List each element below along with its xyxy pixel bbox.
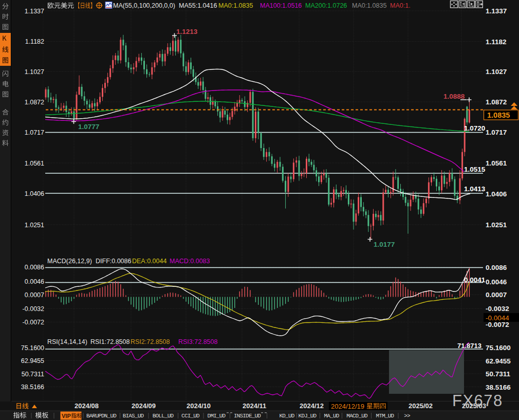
svg-text:2024/09: 2024/09 <box>132 402 156 410</box>
svg-text:1.0888: 1.0888 <box>443 93 465 100</box>
svg-text:MA200:1.0726: MA200:1.0726 <box>305 2 347 9</box>
svg-text:1.0561: 1.0561 <box>25 160 44 167</box>
svg-text:RSI3:72.8508: RSI3:72.8508 <box>178 338 217 345</box>
svg-text:0.0046: 0.0046 <box>486 278 507 286</box>
svg-text:2024/10: 2024/10 <box>187 402 211 410</box>
svg-text:1.0717: 1.0717 <box>486 129 507 136</box>
svg-text:MA0:1.0835: MA0:1.0835 <box>218 2 253 9</box>
svg-text:MACD(26,12,9): MACD(26,12,9) <box>47 258 92 265</box>
svg-text:0.0086: 0.0086 <box>486 264 507 271</box>
svg-text:1.0413: 1.0413 <box>464 185 486 193</box>
svg-text:1.1337: 1.1337 <box>486 7 507 15</box>
svg-text:1.0251: 1.0251 <box>25 222 44 229</box>
svg-text:MA(55,0,100,200,0,0): MA(55,0,100,200,0,0) <box>113 2 175 9</box>
svg-text:1.0251: 1.0251 <box>486 221 507 229</box>
svg-text:>>: >> <box>404 413 410 419</box>
svg-text:MACD_UD: MACD_UD <box>346 413 368 419</box>
svg-text:71.8713: 71.8713 <box>457 342 481 350</box>
svg-text:MA0:1.0835: MA0:1.0835 <box>352 2 386 9</box>
svg-text:VIP: VIP <box>62 413 71 419</box>
svg-text:1.0835: 1.0835 <box>487 111 510 119</box>
svg-text:1.1182: 1.1182 <box>25 38 44 45</box>
svg-text:KD_UD: KD_UD <box>279 413 294 419</box>
svg-text:38.5166: 38.5166 <box>21 384 44 391</box>
svg-text:0.0041: 0.0041 <box>464 276 486 284</box>
svg-text:MA55:1.0416: MA55:1.0416 <box>179 2 217 9</box>
svg-text:1.1337: 1.1337 <box>25 8 44 15</box>
svg-text:1.1213: 1.1213 <box>176 28 198 35</box>
svg-text:CCI_UD: CCI_UD <box>181 413 200 419</box>
svg-text:2024/12: 2024/12 <box>300 402 324 410</box>
svg-text:DIFF:0.0086: DIFF:0.0086 <box>96 258 132 265</box>
svg-text:-0.0072: -0.0072 <box>486 321 509 328</box>
svg-text:62.9455: 62.9455 <box>486 357 511 365</box>
svg-text:-0.0072: -0.0072 <box>23 319 44 326</box>
svg-text:1.0717: 1.0717 <box>25 129 44 136</box>
svg-text:DEA:0.0044: DEA:0.0044 <box>132 258 166 265</box>
svg-text:1.0777: 1.0777 <box>78 123 99 131</box>
svg-text:FX678: FX678 <box>452 392 503 410</box>
svg-text:1.0177: 1.0177 <box>374 241 395 248</box>
svg-text:1.0720: 1.0720 <box>464 124 485 132</box>
svg-text:BOLL_UD: BOLL_UD <box>153 413 174 419</box>
svg-text:1.1027: 1.1027 <box>25 68 44 76</box>
svg-text:1.1182: 1.1182 <box>486 38 507 46</box>
svg-text:2024/12/19: 2024/12/19 <box>331 403 364 410</box>
svg-text:1.0406: 1.0406 <box>486 190 507 198</box>
svg-text:BIAS_UD: BIAS_UD <box>123 413 144 419</box>
svg-text:2024/08: 2024/08 <box>75 402 99 410</box>
svg-text:62.9455: 62.9455 <box>21 357 44 364</box>
svg-text:DMI_UD: DMI_UD <box>208 413 226 419</box>
svg-text:1.1027: 1.1027 <box>486 68 507 76</box>
svg-text:2024/11: 2024/11 <box>243 402 266 410</box>
svg-text:MA100:1.0516: MA100:1.0516 <box>260 2 302 9</box>
svg-text:1.0515: 1.0515 <box>464 166 486 173</box>
svg-text:50.7311: 50.7311 <box>486 370 511 378</box>
svg-text:75.1600: 75.1600 <box>21 344 44 352</box>
svg-text:-0.0032: -0.0032 <box>486 305 509 313</box>
svg-text:0.0007: 0.0007 <box>25 291 44 299</box>
svg-text:50.7311: 50.7311 <box>22 371 44 378</box>
svg-text:1.0872: 1.0872 <box>486 98 507 106</box>
svg-text:0.0046: 0.0046 <box>25 278 44 285</box>
svg-text:MA0:1.: MA0:1. <box>390 2 411 9</box>
svg-text:75.1600: 75.1600 <box>486 344 511 352</box>
svg-text:INSIDE_UD: INSIDE_UD <box>234 413 261 419</box>
svg-text:1.0406: 1.0406 <box>25 190 44 197</box>
svg-text:1.0872: 1.0872 <box>25 99 44 106</box>
svg-text:-0.0032: -0.0032 <box>23 305 44 313</box>
svg-text:BARUPDN_UD: BARUPDN_UD <box>86 413 117 419</box>
svg-text:MACD:0.0083: MACD:0.0083 <box>170 258 210 265</box>
svg-text:0.0086: 0.0086 <box>25 264 44 271</box>
svg-text:MTM_UD: MTM_UD <box>376 413 395 419</box>
svg-text:RSI(14,14,14): RSI(14,14,14) <box>47 338 87 345</box>
svg-text:1.0561: 1.0561 <box>486 159 507 167</box>
svg-text:2025/02: 2025/02 <box>409 402 433 410</box>
svg-text:RSI2:72.8508: RSI2:72.8508 <box>131 338 170 345</box>
svg-text:0.0007: 0.0007 <box>486 291 507 299</box>
svg-text:-0.0044: -0.0044 <box>486 314 509 322</box>
svg-text:38.5166: 38.5166 <box>486 384 511 391</box>
svg-text:MA_UD: MA_UD <box>324 413 339 419</box>
svg-text:KDJ_UD: KDJ_UD <box>299 413 317 419</box>
svg-text:RSI1:72.8508: RSI1:72.8508 <box>90 338 129 345</box>
